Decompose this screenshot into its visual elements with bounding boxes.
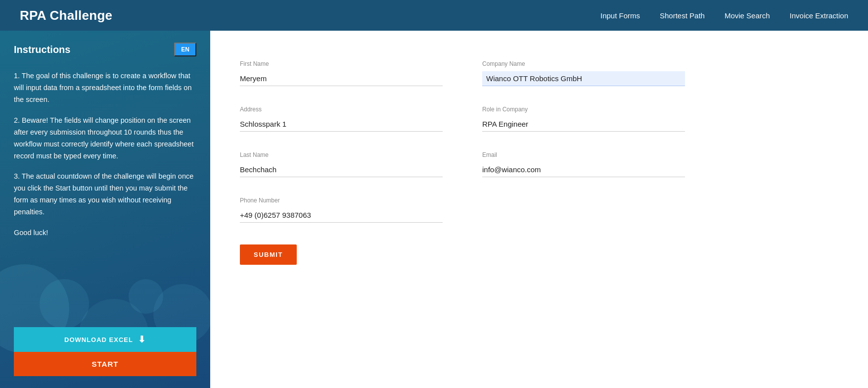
header: RPA Challenge Input Forms Shortest Path …	[0, 0, 868, 31]
label-first-name: First Name	[240, 60, 443, 67]
download-label: DOWNLOAD EXCEL	[64, 336, 133, 343]
input-company-name[interactable]	[482, 71, 685, 86]
input-email[interactable]	[482, 162, 685, 177]
instruction-2: 2. Beware! The fields will change positi…	[14, 115, 196, 162]
input-address[interactable]	[240, 117, 443, 132]
input-first-name[interactable]	[240, 71, 443, 86]
field-address: Address	[240, 106, 443, 132]
start-button[interactable]: START	[14, 352, 196, 376]
good-luck: Good luck!	[14, 227, 196, 239]
label-role: Role in Company	[482, 106, 685, 113]
label-company-name: Company Name	[482, 60, 685, 67]
input-phone[interactable]	[240, 208, 443, 223]
label-last-name: Last Name	[240, 151, 443, 158]
main-layout: Instructions EN 1. The goal of this chal…	[0, 31, 868, 388]
field-last-name: Last Name	[240, 151, 443, 177]
nav-input-forms[interactable]: Input Forms	[600, 11, 640, 20]
main-nav: Input Forms Shortest Path Movie Search I…	[600, 11, 848, 20]
nav-shortest-path[interactable]: Shortest Path	[660, 11, 705, 20]
field-email: Email	[482, 151, 685, 177]
form-grid: First Name Company Name Address Role in …	[240, 60, 685, 265]
app-title: RPA Challenge	[20, 8, 112, 23]
instruction-1: 1. The goal of this challenge is to crea…	[14, 70, 196, 106]
field-company-name: Company Name	[482, 60, 685, 86]
instruction-3: 3. The actual countdown of the challenge…	[14, 171, 196, 218]
nav-invoice-extraction[interactable]: Invoice Extraction	[790, 11, 848, 20]
input-last-name[interactable]	[240, 162, 443, 177]
label-address: Address	[240, 106, 443, 113]
sidebar: Instructions EN 1. The goal of this chal…	[0, 31, 210, 388]
empty-col	[482, 197, 685, 242]
field-first-name: First Name	[240, 60, 443, 86]
form-area: First Name Company Name Address Role in …	[210, 31, 868, 388]
download-excel-button[interactable]: DOWNLOAD EXCEL ⬇	[14, 327, 196, 352]
submit-row: SUBMIT	[240, 242, 443, 265]
label-email: Email	[482, 151, 685, 158]
submit-button[interactable]: SUBMIT	[240, 244, 297, 265]
download-icon: ⬇	[138, 334, 146, 345]
sidebar-title: Instructions	[14, 44, 70, 55]
field-role: Role in Company	[482, 106, 685, 132]
nav-movie-search[interactable]: Movie Search	[725, 11, 770, 20]
field-phone: Phone Number	[240, 197, 443, 223]
input-role[interactable]	[482, 117, 685, 132]
sidebar-footer: DOWNLOAD EXCEL ⬇ START	[14, 327, 196, 376]
label-phone: Phone Number	[240, 197, 443, 204]
lang-toggle[interactable]: EN	[174, 43, 196, 56]
sidebar-instructions: 1. The goal of this challenge is to crea…	[14, 70, 196, 327]
sidebar-header: Instructions EN	[14, 43, 196, 56]
